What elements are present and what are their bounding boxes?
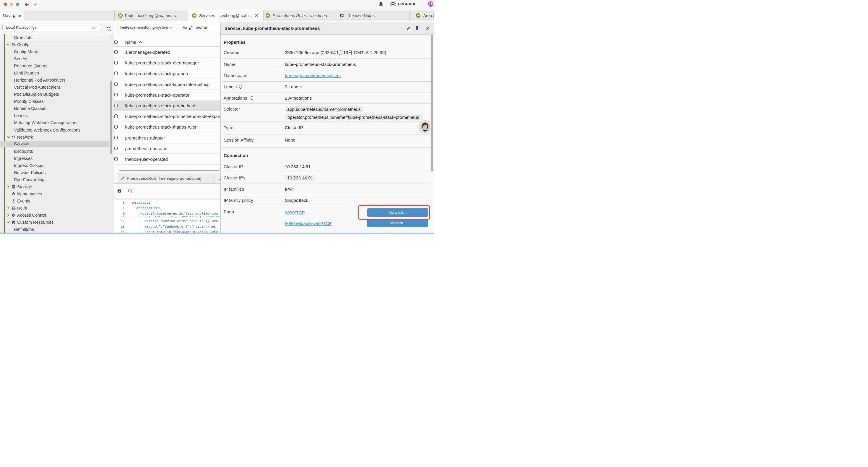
svg-text:HELM: HELM xyxy=(12,208,15,209)
